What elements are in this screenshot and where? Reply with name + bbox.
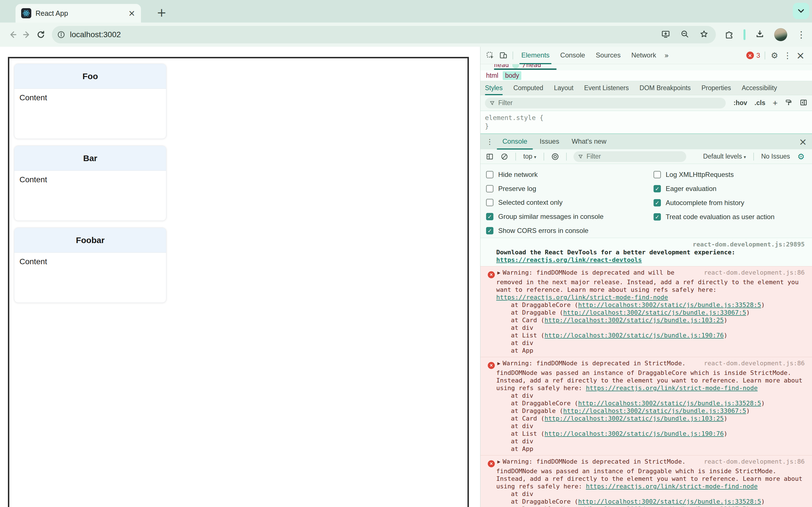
error-count-badge[interactable]: × 3 xyxy=(746,52,760,59)
devtools-menu-icon[interactable]: ⋮ xyxy=(781,49,794,62)
dom-tree-clipped[interactable]: head /head xyxy=(480,64,812,70)
class-toggle[interactable]: .cls xyxy=(755,99,765,107)
console-setting[interactable]: ✓Treat code evaluation as user action xyxy=(654,210,774,224)
context-selector[interactable]: top▾ xyxy=(520,153,539,160)
new-style-rule-button[interactable]: + xyxy=(772,98,777,108)
back-button[interactable] xyxy=(6,27,20,42)
dom-expand-badge[interactable] xyxy=(512,64,519,68)
console-setting[interactable]: Preserve log xyxy=(486,182,654,196)
stack-frame-link[interactable]: http://localhost:3002/static/js/bundle.j… xyxy=(563,309,746,316)
styles-tab-properties[interactable]: Properties xyxy=(702,81,731,95)
browser-tab[interactable]: React App × xyxy=(15,4,141,22)
devtools-close-icon[interactable]: × xyxy=(794,49,807,62)
device-toolbar-icon[interactable] xyxy=(497,49,510,62)
log-levels-dropdown[interactable]: Default levels▾ xyxy=(700,153,749,160)
drawer-tab-console[interactable]: Console xyxy=(496,134,534,150)
install-app-icon[interactable] xyxy=(661,30,670,40)
console-settings-gear-icon[interactable]: ⚙ xyxy=(795,150,808,163)
source-location-link[interactable]: react-dom.development.js:29895 xyxy=(496,240,805,248)
stack-frame-link[interactable]: http://localhost:3002/static/js/bundle.j… xyxy=(545,332,724,339)
live-expression-eye-icon[interactable] xyxy=(549,150,562,163)
console-setting[interactable]: Log XMLHttpRequests xyxy=(654,168,774,182)
new-tab-button[interactable]: + xyxy=(154,4,169,20)
console-setting[interactable]: ✓Show CORS errors in console xyxy=(486,224,654,238)
browser-menu-icon[interactable]: ⋮ xyxy=(797,30,806,39)
element-style-block[interactable]: element.style { } xyxy=(480,111,812,133)
stack-frame-link[interactable]: http://localhost:3002/static/js/bundle.j… xyxy=(545,317,724,324)
breadcrumb-item-html[interactable]: html xyxy=(484,71,500,80)
source-location-link[interactable]: react-dom.development.js:86 xyxy=(704,359,805,367)
stack-frame-link[interactable]: http://localhost:3002/static/js/bundle.j… xyxy=(563,407,746,414)
devtools-settings-gear-icon[interactable]: ⚙ xyxy=(768,49,781,62)
draggable-card[interactable]: BarContent xyxy=(14,146,166,221)
expand-triangle-icon[interactable]: ▶ xyxy=(497,361,500,365)
stack-frame-link[interactable]: http://localhost:3002/static/js/bundle.j… xyxy=(545,430,724,437)
devtools-tab-console[interactable]: Console xyxy=(555,47,591,64)
message-link[interactable]: https://reactjs.org/link/strict-mode-fin… xyxy=(586,483,758,490)
site-info-icon[interactable] xyxy=(55,28,68,41)
card-header[interactable]: Foo xyxy=(14,64,166,89)
tab-close-icon[interactable]: × xyxy=(128,9,135,17)
checkbox-unchecked[interactable] xyxy=(486,199,493,206)
console-setting[interactable]: ✓Eager evaluation xyxy=(654,182,774,196)
url-text[interactable]: localhost:3002 xyxy=(70,30,121,39)
stack-frame-link[interactable]: http://localhost:3002/static/js/bundle.j… xyxy=(578,498,761,505)
styles-tab-layout[interactable]: Layout xyxy=(554,81,573,95)
checkbox-checked[interactable]: ✓ xyxy=(486,227,493,234)
url-bar[interactable]: localhost:3002 xyxy=(52,26,716,43)
console-setting[interactable]: ✓Group similar messages in console xyxy=(486,210,654,224)
stack-frame-link[interactable]: http://localhost:3002/static/js/bundle.j… xyxy=(578,301,761,308)
styles-filter-pill[interactable] xyxy=(485,98,726,108)
console-setting[interactable]: Selected context only xyxy=(486,196,654,210)
profile-avatar[interactable] xyxy=(774,28,787,41)
source-location-link[interactable]: react-dom.development.js:86 xyxy=(704,269,805,276)
clear-console-icon[interactable] xyxy=(498,150,511,163)
checkbox-checked[interactable]: ✓ xyxy=(654,199,661,207)
message-link[interactable]: https://reactjs.org/link/strict-mode-fin… xyxy=(496,293,805,301)
draggable-card[interactable]: FoobarContent xyxy=(14,228,166,303)
console-filter-input[interactable] xyxy=(587,153,682,160)
console-setting[interactable]: Hide network xyxy=(486,168,654,182)
stack-frame-link[interactable]: http://localhost:3002/static/js/bundle.j… xyxy=(545,415,724,422)
bookmark-star-icon[interactable] xyxy=(700,30,709,40)
source-location-link[interactable]: react-dom.development.js:86 xyxy=(704,458,805,465)
card-header[interactable]: Bar xyxy=(14,146,166,171)
stack-frame-link[interactable]: http://localhost:3002/static/js/bundle.j… xyxy=(578,400,761,407)
rendering-emulation-icon[interactable] xyxy=(785,99,792,107)
styles-tab-event-listeners[interactable]: Event Listeners xyxy=(584,81,629,95)
extensions-puzzle-icon[interactable] xyxy=(724,29,734,40)
drawer-tab-issues[interactable]: Issues xyxy=(534,134,565,150)
more-tabs-icon[interactable]: » xyxy=(661,51,672,60)
devtools-tab-elements[interactable]: Elements xyxy=(516,47,555,64)
draggable-card[interactable]: FooContent xyxy=(14,64,166,139)
checkbox-checked[interactable]: ✓ xyxy=(654,213,661,221)
console-setting[interactable]: ✓Autocomplete from history xyxy=(654,196,774,210)
devtools-tab-network[interactable]: Network xyxy=(626,47,661,64)
tab-search-chevron-button[interactable] xyxy=(793,3,809,19)
message-link[interactable]: https://reactjs.org/link/react-devtools xyxy=(496,256,805,264)
stack-frame-link[interactable]: http://localhost:3002/static/js/bundle.j… xyxy=(563,506,746,507)
checkbox-checked[interactable]: ✓ xyxy=(486,213,493,220)
message-link[interactable]: https://reactjs.org/link/strict-mode-fin… xyxy=(586,385,758,392)
pseudo-state-toggle[interactable]: :hov xyxy=(733,99,748,107)
styles-tab-dom-breakpoints[interactable]: DOM Breakpoints xyxy=(640,81,691,95)
styles-tab-computed[interactable]: Computed xyxy=(513,81,543,95)
reload-button[interactable] xyxy=(34,27,48,42)
drawer-close-icon[interactable]: × xyxy=(799,136,807,147)
checkbox-checked[interactable]: ✓ xyxy=(654,185,661,192)
zoom-out-icon[interactable] xyxy=(680,30,689,40)
breadcrumb-item-body[interactable]: body xyxy=(503,71,521,80)
card-header[interactable]: Foobar xyxy=(14,228,166,252)
styles-filter-input[interactable] xyxy=(498,99,721,107)
forward-button[interactable] xyxy=(20,27,34,42)
console-sidebar-icon[interactable] xyxy=(483,150,496,163)
checkbox-unchecked[interactable] xyxy=(654,171,661,178)
issues-status[interactable]: No Issues xyxy=(758,153,793,160)
checkbox-unchecked[interactable] xyxy=(486,171,493,178)
devtools-tab-sources[interactable]: Sources xyxy=(591,47,626,64)
inspect-element-icon[interactable] xyxy=(484,49,497,62)
downloads-icon[interactable] xyxy=(755,29,765,40)
console-filter-pill[interactable] xyxy=(573,151,686,162)
expand-triangle-icon[interactable]: ▶ xyxy=(497,270,500,275)
checkbox-unchecked[interactable] xyxy=(486,185,493,192)
